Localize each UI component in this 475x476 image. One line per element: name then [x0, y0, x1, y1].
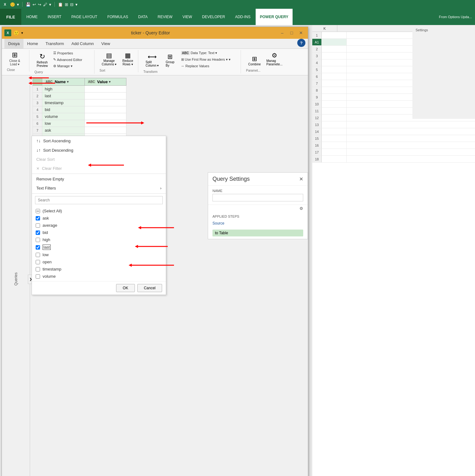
- sort-ascending-item[interactable]: ↑↓ Sort Ascending: [32, 136, 166, 145]
- remove-empty-item[interactable]: Remove Empty: [32, 175, 166, 184]
- table-icon[interactable]: ⊞: [65, 2, 68, 7]
- select-all-item[interactable]: (Select All): [35, 207, 163, 215]
- menu-bar: Dosya Home Transform Add Column View ?: [2, 39, 308, 49]
- file-tab[interactable]: FILE: [0, 9, 21, 25]
- average-checkbox[interactable]: [36, 223, 40, 228]
- save-icon[interactable]: 💾: [26, 2, 31, 7]
- help-button[interactable]: ?: [297, 39, 305, 47]
- insert-tab[interactable]: INSERT: [43, 9, 66, 25]
- reduce-rows-button[interactable]: ▦ ReduceRows ▾: [120, 50, 135, 68]
- filter-search-input[interactable]: [35, 196, 163, 204]
- split-column-button[interactable]: ⟷ SplitColumn ▾: [143, 51, 161, 69]
- filter-high-item[interactable]: high: [35, 236, 163, 243]
- maximize-button[interactable]: □: [287, 29, 296, 37]
- high-checkbox[interactable]: [36, 238, 40, 242]
- view-tab[interactable]: VIEW: [177, 9, 197, 25]
- use-first-row-button[interactable]: ⊞ Use First Row as Headers ▾ ▾: [179, 57, 232, 63]
- excel-outer: X 🙂 ▾ 💾 ↩ ↪ 🖊 ▾ 📋 ⊞ ⊟ ▾ FILE HOME INSERT…: [0, 0, 475, 476]
- filter-last-item[interactable]: last: [35, 243, 163, 251]
- applied-steps-label: APPLIED STEPS: [212, 215, 239, 218]
- table-row: 1 high: [33, 86, 126, 93]
- menu-dosya[interactable]: Dosya: [4, 39, 23, 48]
- sort-ascending-label: Sort Ascending: [43, 139, 70, 143]
- manage-button[interactable]: ⚙ Manage ▾: [51, 63, 84, 69]
- last-checkbox[interactable]: [36, 245, 40, 250]
- value-filter-icon[interactable]: ▾: [109, 80, 110, 84]
- split-column-label: SplitColumn ▾: [146, 60, 159, 67]
- review-tab[interactable]: REVIEW: [153, 9, 177, 25]
- clipboard-icon[interactable]: 📋: [58, 2, 63, 7]
- use-first-row-icon: ⊞: [181, 58, 184, 62]
- last-label: last: [43, 245, 51, 250]
- home-tab[interactable]: HOME: [21, 9, 43, 25]
- smiley-icon[interactable]: 🙂: [10, 2, 15, 7]
- menu-add-column[interactable]: Add Column: [68, 39, 98, 48]
- filter-timestamp-item[interactable]: timestamp: [35, 266, 163, 273]
- add-ins-tab[interactable]: ADD-INS: [230, 9, 255, 25]
- formulas-tab[interactable]: FORMULAS: [102, 9, 133, 25]
- power-query-tab[interactable]: POWER QUERY: [256, 9, 293, 25]
- name-cell: high: [42, 86, 85, 93]
- bid-checkbox[interactable]: [36, 230, 40, 235]
- undo-icon[interactable]: ↩: [33, 2, 36, 7]
- filter-average-item[interactable]: average: [35, 222, 163, 229]
- filter-bid-item[interactable]: bid: [35, 229, 163, 236]
- settings-side-panel: Settings: [412, 25, 475, 119]
- dropdown-title-icon[interactable]: ▾: [21, 31, 23, 35]
- group-by-button[interactable]: ⊞ GroupBy: [162, 51, 178, 69]
- manage-columns-button[interactable]: ▤ ManageColumns ▾: [100, 50, 119, 68]
- name-filter-icon[interactable]: ▾: [67, 80, 69, 84]
- transform-row: ⟷ SplitColumn ▾ ⊞ GroupBy ABC Data Type:…: [143, 50, 232, 69]
- ask-checkbox[interactable]: [36, 216, 40, 220]
- name-column-header[interactable]: ABC Name ▾: [42, 78, 85, 86]
- pivot-icon[interactable]: ⊟: [70, 2, 74, 7]
- replace-values-button[interactable]: ↔ Replace Values: [179, 63, 232, 69]
- menu-view[interactable]: View: [98, 39, 114, 48]
- select-all-checkbox[interactable]: [36, 209, 40, 213]
- value-column-header[interactable]: ABC Value ▾: [84, 78, 126, 86]
- filter-volume-item[interactable]: volume: [35, 273, 163, 280]
- manage-params-button[interactable]: ⚙ ManagParamete...: [264, 50, 285, 68]
- sort-descending-item[interactable]: ↓↑ Sort Descending: [32, 145, 166, 155]
- developer-tab[interactable]: DEVELOPER: [197, 9, 230, 25]
- text-filters-item[interactable]: Text Filters ›: [32, 184, 166, 193]
- refresh-preview-button[interactable]: ↻ RefreshPreview: [34, 51, 50, 69]
- advanced-editor-button[interactable]: ✎ Advanced Editor: [51, 57, 84, 63]
- minimize-button[interactable]: –: [278, 29, 287, 37]
- filter-low-item[interactable]: low: [35, 251, 163, 258]
- qs-close-button[interactable]: ✕: [299, 176, 303, 182]
- dropdown2-icon[interactable]: ▾: [49, 2, 51, 7]
- menu-transform[interactable]: Transform: [42, 39, 68, 48]
- data-tab[interactable]: DATA: [133, 9, 153, 25]
- sort-descending-label: Sort Descending: [43, 148, 73, 153]
- menu-home[interactable]: Home: [23, 39, 42, 48]
- filter-open-item[interactable]: open: [35, 258, 163, 266]
- cancel-button[interactable]: Cancel: [137, 284, 162, 292]
- qs-name-input[interactable]: [212, 194, 303, 201]
- page-layout-tab[interactable]: PAGE LAYOUT: [66, 9, 102, 25]
- data-type-button[interactable]: ABC Data Type: Text ▾: [179, 50, 232, 56]
- combine-button[interactable]: ⊞ Combine: [246, 53, 263, 68]
- combine-icon: ⊞: [252, 55, 257, 63]
- reduce-rows-icon: ▦: [125, 52, 131, 59]
- text-filters-label: Text Filters: [36, 186, 56, 190]
- more-icon[interactable]: ▾: [75, 2, 78, 7]
- filter-ask-item[interactable]: ask: [35, 215, 163, 222]
- open-checkbox[interactable]: [36, 260, 40, 264]
- ribbon-group-sort: ▤ ManageColumns ▾ ▦ ReduceRows ▾ Sort: [97, 50, 138, 72]
- text-filters-arrow-icon: ›: [160, 186, 161, 190]
- dropdown-arrow-icon[interactable]: ▾: [17, 2, 19, 7]
- qs-header: Query Settings ✕: [208, 173, 308, 186]
- format-icon[interactable]: 🖊: [43, 2, 47, 7]
- ok-button[interactable]: OK: [116, 284, 135, 292]
- close-load-button[interactable]: ⊞ Close &Load ▾: [7, 50, 23, 68]
- qs-gear-icon[interactable]: ⚙: [299, 206, 303, 211]
- qs-step-source-label[interactable]: Source: [212, 221, 224, 225]
- volume-checkbox[interactable]: [36, 274, 40, 279]
- properties-button[interactable]: ☰ Properties: [51, 50, 84, 56]
- timestamp-checkbox[interactable]: [36, 267, 40, 271]
- redo-icon[interactable]: ↪: [38, 2, 41, 7]
- close-button[interactable]: ✕: [297, 29, 305, 37]
- low-checkbox[interactable]: [36, 253, 40, 257]
- row-number: 3: [33, 99, 42, 106]
